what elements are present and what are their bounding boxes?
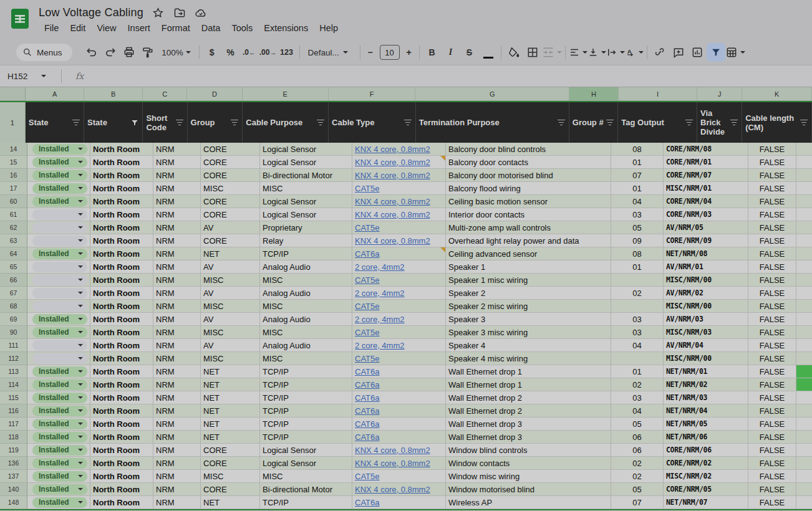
filter-dropdown-icon[interactable] <box>404 120 412 126</box>
cell-via-brick-divide[interactable]: FALSE <box>748 221 796 234</box>
cell-cable-purpose[interactable]: Logical Sensor <box>260 195 352 208</box>
cell-cable-type[interactable]: CAT5e <box>352 352 446 365</box>
cell-group[interactable]: CORE <box>201 234 260 247</box>
cell-short-code[interactable]: NRM <box>153 391 201 404</box>
row-header-14[interactable]: 14 <box>0 143 27 156</box>
cell-state-room[interactable]: North Room <box>90 470 153 483</box>
text-wrapping-button[interactable] <box>606 43 625 62</box>
cell-termination-purpose[interactable]: Ceiling advanced sensor <box>446 247 611 260</box>
row-header-111[interactable]: 111 <box>0 339 27 352</box>
cell-group[interactable]: CORE <box>201 457 260 470</box>
search-menus-button[interactable]: Menus <box>16 44 72 61</box>
increase-decimals-button[interactable]: .00→ <box>259 43 278 62</box>
cell-group[interactable]: CORE <box>201 143 260 156</box>
cell-cable-purpose[interactable]: Bi-directional Motor <box>260 169 352 182</box>
filter-dropdown-icon[interactable] <box>175 120 184 126</box>
undo-button[interactable] <box>82 43 101 62</box>
cell-state-room[interactable]: North Room <box>90 156 153 169</box>
cell-tag-output[interactable]: AV/NRM/04 <box>664 339 748 352</box>
cell-state-chip[interactable] <box>27 300 90 313</box>
cable-type-link[interactable]: KNX 4 core, 0.8mm2 <box>355 197 430 206</box>
cable-type-link[interactable]: KNX 4 core, 0.8mm2 <box>355 446 430 455</box>
cell-tag-output[interactable]: CORE/NRM/06 <box>664 444 748 457</box>
cell-group-number[interactable]: 01 <box>611 182 664 195</box>
cell-via-brick-divide[interactable]: FALSE <box>748 326 796 339</box>
cell-cable-type[interactable]: CAT6a <box>352 378 446 391</box>
state-dropdown-chip[interactable]: Installed <box>32 497 87 508</box>
cell-cable-purpose[interactable]: Logical Sensor <box>260 444 352 457</box>
state-dropdown-chip[interactable]: Installed <box>32 249 87 259</box>
cell-tag-output[interactable]: AV/NRM/03 <box>664 313 748 326</box>
cell-cable-length[interactable] <box>796 182 812 195</box>
state-dropdown-chip[interactable]: Installed <box>32 406 87 416</box>
cell-group-number[interactable]: 02 <box>611 378 664 391</box>
cell-short-code[interactable]: NRM <box>153 234 201 247</box>
cell-short-code[interactable]: NRM <box>153 169 201 182</box>
cell-tag-output[interactable]: MISC/NRM/03 <box>664 326 748 339</box>
cell-state-room[interactable]: North Room <box>90 143 153 156</box>
cell-group-number[interactable]: 08 <box>611 143 664 156</box>
cell-tag-output[interactable]: AV/NRM/05 <box>664 221 748 234</box>
cable-type-link[interactable]: KNX 4 core, 0.8mm2 <box>355 236 430 246</box>
header-cell-E[interactable]: Cable Purpose <box>243 102 329 143</box>
cell-termination-purpose[interactable]: Wall Ethernet drop 3 <box>446 418 611 431</box>
cell-termination-purpose[interactable]: Wall Ethernet drop 1 <box>446 378 611 391</box>
cell-via-brick-divide[interactable]: FALSE <box>748 313 796 326</box>
cell-tag-output[interactable]: AV/NRM/02 <box>664 287 748 300</box>
cell-state-room[interactable]: North Room <box>90 260 153 274</box>
cell-cable-type[interactable]: CAT5e <box>352 221 446 234</box>
column-header-G[interactable]: G <box>415 87 569 101</box>
cell-state-chip[interactable]: Installed <box>27 496 90 509</box>
cell-via-brick-divide[interactable]: FALSE <box>748 260 796 274</box>
cell-via-brick-divide[interactable]: FALSE <box>748 208 796 221</box>
cell-cable-length[interactable] <box>796 234 812 247</box>
cell-cable-purpose[interactable]: Analog Audio <box>260 260 352 274</box>
decrease-decimals-button[interactable]: .0← <box>240 43 259 62</box>
star-icon[interactable] <box>152 7 165 19</box>
header-cell-K[interactable]: Cable length (CM) <box>742 102 812 143</box>
filter-dropdown-icon[interactable] <box>316 120 325 126</box>
cell-cable-purpose[interactable]: MISC <box>260 352 352 365</box>
cell-termination-purpose[interactable]: Balcony flood wiring <box>446 182 611 195</box>
cell-group-number[interactable]: 05 <box>611 418 664 431</box>
cell-short-code[interactable]: NRM <box>153 274 201 287</box>
cell-state-chip[interactable]: Installed <box>27 169 90 182</box>
cell-via-brick-divide[interactable]: FALSE <box>748 182 796 195</box>
row-header-115[interactable]: 115 <box>0 391 27 404</box>
cell-group-number[interactable]: 02 <box>611 457 664 470</box>
cell-tag-output[interactable]: NET/NRM/07 <box>664 496 748 509</box>
cable-type-link[interactable]: CAT5e <box>355 354 380 363</box>
cell-state-chip[interactable]: Installed <box>27 247 90 260</box>
filter-dropdown-icon[interactable] <box>730 120 738 126</box>
header-cell-D[interactable]: Group <box>188 102 243 143</box>
cell-tag-output[interactable]: MISC/NRM/01 <box>664 182 748 195</box>
cell-group[interactable]: NET <box>201 496 260 509</box>
cell-cable-length[interactable] <box>796 247 812 260</box>
cell-cable-type[interactable]: CAT6a <box>352 365 446 378</box>
cell-tag-output[interactable]: MISC/NRM/02 <box>664 470 748 483</box>
cell-group-number[interactable]: 03 <box>611 313 664 326</box>
cell-cable-length[interactable] <box>796 404 812 418</box>
cell-state-chip[interactable] <box>27 274 90 287</box>
row-header-62[interactable]: 62 <box>0 221 27 234</box>
print-icon[interactable] <box>120 43 138 62</box>
cell-cable-length[interactable] <box>796 300 812 313</box>
cell-state-room[interactable]: North Room <box>90 195 153 208</box>
state-dropdown-chip[interactable]: Installed <box>32 170 87 181</box>
cell-cable-purpose[interactable]: Relay <box>260 234 352 247</box>
cell-via-brick-divide[interactable]: FALSE <box>748 470 796 483</box>
cell-cable-type[interactable]: KNX 4 core, 0.8mm2 <box>352 156 446 169</box>
name-box[interactable]: H152 <box>0 72 57 81</box>
cell-termination-purpose[interactable]: Speaker 4 <box>446 339 611 352</box>
cell-cable-type[interactable]: KNX 4 core, 0.8mm2 <box>352 169 446 182</box>
cell-cable-length[interactable] <box>796 431 812 444</box>
cell-cable-type[interactable]: CAT5e <box>352 300 446 313</box>
row-header-16[interactable]: 16 <box>0 169 27 182</box>
row-header-65[interactable]: 65 <box>0 260 27 274</box>
state-dropdown-chip[interactable] <box>32 301 87 312</box>
cell-group-number[interactable]: 08 <box>611 247 664 260</box>
cell-state-chip[interactable] <box>27 234 90 247</box>
row-header-148[interactable]: 148 <box>0 496 27 509</box>
cell-cable-type[interactable]: KNX 4 core, 0.8mm2 <box>352 457 446 470</box>
cell-via-brick-divide[interactable]: FALSE <box>748 444 796 457</box>
